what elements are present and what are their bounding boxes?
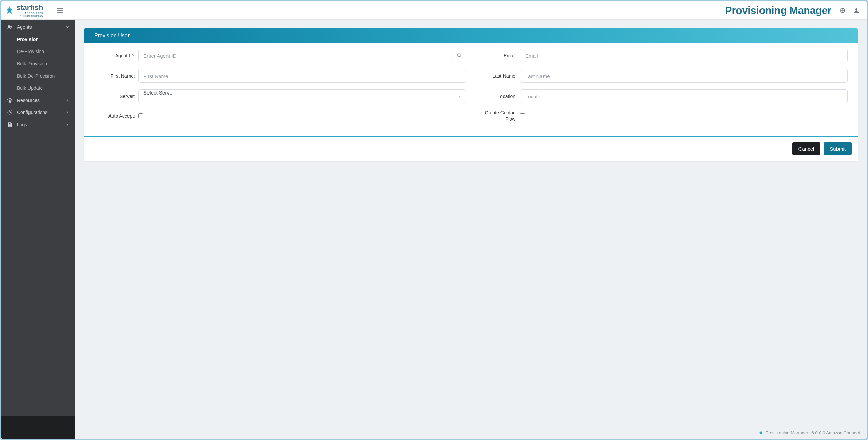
last-name-input[interactable] [520, 69, 848, 83]
create-contact-flow-checkbox[interactable] [520, 113, 525, 118]
sidebar-item-label: Resources [17, 98, 40, 103]
sidebar-item-label: Bulk De-Provision [17, 73, 55, 79]
brand-sub2: A Persistent Company [16, 15, 43, 17]
starfish-icon [5, 6, 14, 15]
chevron-right-icon [65, 110, 70, 115]
brand-sub1: ASSOCIATES [16, 12, 43, 14]
footer-text: Provisioning Manager v6.0.0.0 Amazon Con… [766, 430, 860, 435]
sidebar-item-resources[interactable]: Resources [1, 94, 75, 106]
email-input[interactable] [520, 49, 848, 62]
topbar: starfish ASSOCIATES A Persistent Company… [1, 1, 867, 20]
first-name-input[interactable] [138, 69, 466, 83]
starfish-icon [758, 430, 764, 435]
sidebar-item-label: De-Provision [17, 49, 44, 54]
sidebar: Agents Provision De-Provision Bulk Provi… [1, 20, 75, 439]
gear-icon [7, 109, 13, 116]
main-content: Provision User Agent ID: Email: [75, 20, 867, 439]
app-title: Provisioning Manager [725, 5, 831, 16]
svg-point-4 [9, 112, 11, 113]
sidebar-item-label: Provision [17, 37, 39, 42]
sidebar-item-agents[interactable]: Agents [1, 21, 75, 33]
svg-point-5 [457, 54, 460, 57]
label-location: Location: [476, 93, 517, 99]
sidebar-item-label: Logs [17, 122, 27, 127]
sidebar-item-label: Configurations [17, 110, 47, 115]
sidebar-item-label: Bulk Update [17, 85, 43, 91]
chevron-right-icon [65, 98, 70, 103]
auto-accept-checkbox[interactable] [138, 113, 143, 118]
layers-icon [7, 97, 13, 103]
label-agent-id: Agent ID: [94, 53, 135, 58]
agent-id-input[interactable] [138, 49, 453, 62]
file-icon [7, 122, 13, 128]
submit-button[interactable]: Submit [824, 142, 852, 155]
sidebar-item-logs[interactable]: Logs [1, 119, 75, 131]
sidebar-item-label: Agents [17, 24, 32, 30]
server-select[interactable]: Select Server [138, 89, 466, 103]
sidebar-subitem-bulk-deprovision[interactable]: Bulk De-Provision [1, 70, 75, 82]
label-create-contact-flow: Create Contact Flow: [476, 110, 517, 122]
sidebar-subitem-bulk-update[interactable]: Bulk Update [1, 82, 75, 94]
label-auto-accept: Auto Accept: [94, 113, 135, 119]
svg-point-3 [11, 26, 12, 27]
hamburger-icon[interactable] [57, 7, 63, 14]
cancel-button[interactable]: Cancel [792, 142, 821, 155]
provision-card: Provision User Agent ID: Email: [84, 28, 858, 161]
sidebar-subitem-provision[interactable]: Provision [1, 33, 75, 45]
location-input[interactable] [520, 89, 848, 103]
footer: Provisioning Manager v6.0.0.0 Amazon Con… [758, 430, 860, 435]
label-email: Email: [476, 53, 517, 58]
brand-logo: starfish ASSOCIATES A Persistent Company [5, 4, 43, 17]
chevron-right-icon [65, 122, 70, 127]
sidebar-footer [1, 416, 75, 439]
label-first-name: First Name: [94, 73, 135, 79]
search-icon[interactable] [456, 53, 462, 59]
card-title: Provision User [84, 28, 858, 43]
globe-icon[interactable] [839, 7, 846, 14]
label-last-name: Last Name: [476, 73, 517, 79]
sidebar-subitem-deprovision[interactable]: De-Provision [1, 45, 75, 58]
chevron-down-icon [65, 25, 70, 29]
user-icon[interactable] [853, 7, 860, 14]
sidebar-item-label: Bulk Provision [17, 61, 47, 66]
sidebar-item-configurations[interactable]: Configurations [1, 106, 75, 119]
svg-point-1 [855, 8, 857, 11]
brand-name: starfish [16, 4, 43, 12]
label-server: Server: [94, 93, 135, 99]
svg-point-2 [8, 25, 10, 27]
user-group-icon [7, 24, 13, 30]
sidebar-subitem-bulk-provision[interactable]: Bulk Provision [1, 58, 75, 70]
